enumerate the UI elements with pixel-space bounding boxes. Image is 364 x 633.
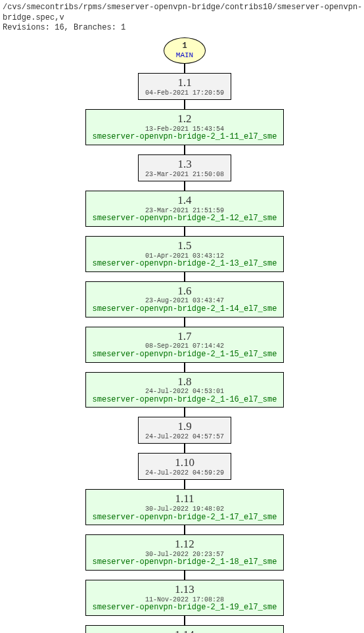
revision-tag: smeserver-openvpn-bridge-2_1-11_el7_sme: [93, 133, 277, 142]
revision-tag: smeserver-openvpn-bridge-2_1-19_el7_sme: [93, 603, 277, 613]
graph-edge: [184, 181, 185, 191]
revision-node[interactable]: 1.623-Aug-2021 03:43:47smeserver-openvpn…: [85, 281, 284, 317]
revision-node[interactable]: 1.708-Sep-2021 07:14:42smeserver-openvpn…: [85, 327, 284, 363]
revision-node[interactable]: 1.1230-Jul-2022 20:23:57smeserver-openvp…: [85, 534, 284, 571]
revision-tag: smeserver-openvpn-bridge-2_1-14_el7_sme: [93, 305, 277, 314]
revision-date: 24-Jul-2022 04:53:01: [93, 388, 277, 396]
graph-edge: [184, 408, 185, 417]
branch-node[interactable]: 1 MAIN: [164, 37, 206, 64]
file-stats: Revisions: 16, Branches: 1: [3, 23, 364, 34]
revision-number: 1.14: [93, 628, 277, 633]
revision-node[interactable]: 1.1130-Jul-2022 19:48:02smeserver-openvp…: [85, 489, 284, 525]
revision-date: 04-Feb-2021 17:20:59: [145, 89, 224, 97]
revision-node[interactable]: 1.501-Apr-2021 03:43:12smeserver-openvpn…: [85, 236, 284, 272]
revision-number: 1.10: [145, 456, 224, 469]
graph-edge: [184, 317, 185, 327]
graph-edge: [184, 525, 185, 534]
revision-node[interactable]: 1.1424-Nov-2022 05:25:52smeserver-openvp…: [85, 625, 284, 633]
revision-node[interactable]: 1.1024-Jul-2022 04:59:29: [138, 453, 231, 480]
file-header: /cvs/smecontribs/rpms/smeserver-openvpn-…: [3, 3, 364, 34]
graph-edge: [184, 444, 185, 453]
branch-number: 1: [176, 42, 193, 51]
graph-edge: [184, 145, 185, 154]
revision-node[interactable]: 1.213-Feb-2021 15:43:54smeserver-openvpn…: [85, 109, 284, 145]
revision-number: 1.5: [93, 239, 277, 252]
graph-edge: [184, 272, 185, 281]
graph-edge: [184, 64, 185, 73]
revision-tag: smeserver-openvpn-bridge-2_1-17_el7_sme: [93, 513, 277, 523]
revision-number: 1.4: [93, 194, 277, 207]
revision-node[interactable]: 1.323-Mar-2021 21:50:08: [138, 154, 231, 181]
revision-number: 1.8: [93, 375, 277, 388]
revision-tag: smeserver-openvpn-bridge-2_1-12_el7_sme: [93, 214, 277, 223]
revision-tag: smeserver-openvpn-bridge-2_1-15_el7_sme: [93, 350, 277, 360]
revision-date: 23-Mar-2021 21:50:08: [145, 171, 224, 179]
revision-date: 08-Sep-2021 07:14:42: [93, 342, 277, 350]
revision-date: 30-Jul-2022 19:48:02: [93, 505, 277, 513]
graph-edge: [184, 363, 185, 372]
branch-name: MAIN: [176, 51, 193, 60]
revision-node[interactable]: 1.824-Jul-2022 04:53:01smeserver-openvpn…: [85, 372, 284, 408]
revision-tag: smeserver-openvpn-bridge-2_1-13_el7_sme: [93, 260, 277, 269]
revision-tag: smeserver-openvpn-bridge-2_1-16_el7_sme: [93, 396, 277, 405]
revision-number: 1.6: [93, 285, 277, 298]
revision-tag: smeserver-openvpn-bridge-2_1-18_el7_sme: [93, 558, 277, 567]
revision-number: 1.7: [93, 330, 277, 343]
graph-edge: [184, 227, 185, 236]
revision-number: 1.1: [145, 76, 224, 89]
revision-number: 1.13: [93, 583, 277, 596]
revision-node[interactable]: 1.1311-Nov-2022 17:08:28smeserver-openvp…: [85, 580, 284, 616]
revision-node[interactable]: 1.423-Mar-2021 21:51:59smeserver-openvpn…: [85, 191, 284, 227]
graph-edge: [184, 100, 185, 109]
revision-number: 1.9: [145, 420, 224, 433]
graph-edge: [184, 616, 185, 625]
revision-number: 1.3: [145, 158, 224, 171]
revision-date: 24-Jul-2022 04:57:57: [145, 433, 224, 441]
graph-edge: [184, 480, 185, 489]
revision-number: 1.12: [93, 538, 277, 551]
graph-edge: [184, 571, 185, 580]
revision-node[interactable]: 1.924-Jul-2022 04:57:57: [138, 417, 231, 444]
revision-node[interactable]: 1.104-Feb-2021 17:20:59: [138, 73, 231, 100]
revision-number: 1.11: [93, 492, 277, 505]
revision-graph: 1 MAIN 1.104-Feb-2021 17:20:591.213-Feb-…: [3, 37, 364, 633]
revision-number: 1.2: [93, 112, 277, 126]
revision-date: 24-Jul-2022 04:59:29: [145, 469, 224, 477]
file-path: /cvs/smecontribs/rpms/smeserver-openvpn-…: [3, 3, 364, 23]
